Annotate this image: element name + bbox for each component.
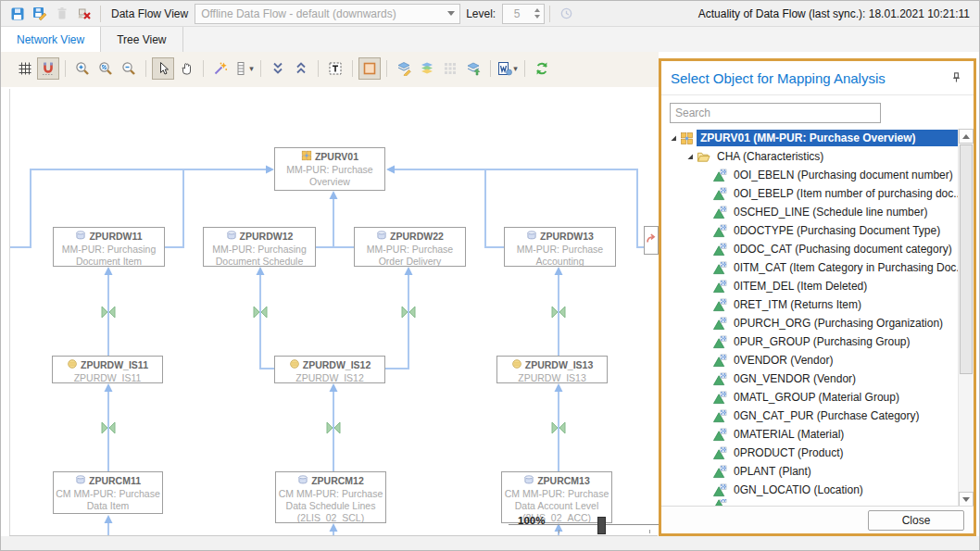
highlight-frame-icon[interactable] <box>358 57 381 80</box>
tree-item-label: 0DOC_CAT (Puchasing document category) <box>730 241 958 257</box>
tree-item[interactable]: CHA (Characteristics) <box>661 147 958 166</box>
close-button[interactable]: Close <box>868 510 964 531</box>
application-window: Data Flow View Offline Data Flow - defau… <box>0 0 980 551</box>
diagram-toolbar: ▾▾ <box>14 57 553 80</box>
zoom-fit-icon[interactable] <box>94 57 117 80</box>
tree-item[interactable]: 0DOC_CAT (Puchasing document category) <box>661 240 958 258</box>
export-image-icon[interactable] <box>462 57 484 80</box>
scroll-up-icon[interactable] <box>959 129 974 144</box>
infosource-icon <box>289 358 300 372</box>
diagram-node-ZPURDW13[interactable]: ZPURDW13 MM-PUR: Purchase Accounting <box>504 227 616 267</box>
tree-item[interactable]: 0GN_LOCATIO (Location) <box>661 481 958 499</box>
save-icon[interactable] <box>6 3 29 25</box>
tree-item[interactable]: 0ITM_CAT (Item Category in Purchasing Do… <box>661 258 958 277</box>
scroll-down-icon[interactable] <box>959 492 974 507</box>
layout-options-icon[interactable]: ▾ <box>232 57 255 80</box>
mapping-analysis-panel: Select Object for Mapping Analysis ZPURV… <box>659 58 976 536</box>
diagram-node-ZPURDW_IS12[interactable]: ZPURDW_IS12 ZPURDW_IS12 <box>274 356 385 383</box>
separator <box>524 60 525 77</box>
zoom-slider-handle[interactable] <box>597 517 606 534</box>
grid-icon[interactable] <box>14 57 36 80</box>
dso-icon <box>75 474 86 488</box>
expander-placeholder <box>700 409 713 422</box>
snap-magnet-icon[interactable] <box>37 57 59 80</box>
chevron-down-icon[interactable] <box>443 5 459 23</box>
separator <box>203 60 204 77</box>
characteristic-icon <box>713 482 730 497</box>
diagram-node-ZPURDW22[interactable]: ZPURDW22 MM-PUR: Purchase Order Delivery… <box>354 227 466 267</box>
collapse-all-icon[interactable] <box>267 57 289 80</box>
expand-all-icon[interactable] <box>290 57 312 80</box>
save-all-icon[interactable] <box>29 3 51 25</box>
infosource-icon <box>67 358 78 372</box>
separator <box>145 60 146 77</box>
tree-item[interactable]: 0PRODUCT (Product) <box>661 444 958 462</box>
search-input[interactable] <box>670 103 881 123</box>
diagram-node-ZPURV01[interactable]: ZPURV01 MM-PUR: Purchase Overview <box>274 147 385 191</box>
tree-item[interactable]: 0MATERIAL (Material) <box>661 425 958 444</box>
refresh-icon[interactable] <box>531 57 553 80</box>
expander-placeholder <box>700 372 713 385</box>
tab-network-view[interactable]: Network View <box>1 27 101 52</box>
separator <box>318 60 319 77</box>
tree-item-label: 0MATERIAL (Material) <box>730 426 958 443</box>
tree-item[interactable]: 0DOCTYPE (Purchasing Document Type) <box>661 221 958 240</box>
color-layers-icon[interactable] <box>416 57 438 80</box>
characteristic-icon <box>713 168 730 182</box>
tree-item[interactable]: 0VENDOR (Vendor) <box>661 351 958 369</box>
zoom-in-icon[interactable] <box>71 57 94 80</box>
top-toolbar-icons <box>6 3 95 25</box>
node-subtitle: ZPURDW_IS13 <box>497 372 607 383</box>
remove-data-flow-icon[interactable] <box>73 3 95 25</box>
node-subtitle: MM-PUR: Purchase Order Delivery (Schedul… <box>355 244 465 267</box>
panel-footer: Close <box>661 506 974 533</box>
scrollbar-thumb[interactable] <box>960 144 973 374</box>
word-export-icon[interactable]: ▾ <box>496 57 519 80</box>
tree-item-label: 0GN_CAT_PUR (Purchase Category) <box>730 407 958 424</box>
expander-placeholder <box>700 298 713 311</box>
diagram-node-ZPURDW_IS13[interactable]: ZPURDW_IS13 ZPURDW_IS13 <box>496 356 608 383</box>
tree-item-label: 0DOCTYPE (Purchasing Document Type) <box>730 222 958 239</box>
diagram-node-ZPURDW11[interactable]: ZPURDW11 MM-PUR: Purchasing Document Ite… <box>53 227 165 267</box>
panel-search-row <box>661 95 974 130</box>
edit-layers-icon[interactable] <box>393 57 415 80</box>
diagram-node-ZPURCM12[interactable]: ZPURCM12 CM MM-PUR: Purchase Data Schedu… <box>275 471 386 523</box>
data-flow-view-dropdown[interactable]: Offline Data Flow - default (downwards) <box>195 4 460 24</box>
diagram-node-ZPURDW12[interactable]: ZPURDW12 MM-PUR: Purchasing Document Sch… <box>203 227 316 267</box>
spinner-down-icon[interactable] <box>534 15 540 19</box>
tree-item[interactable]: ZPURV01 (MM-PUR: Purchase Overview) <box>661 129 958 147</box>
data-flow-view-value: Offline Data Flow - default (downwards) <box>195 7 443 20</box>
expander-placeholder <box>700 243 713 256</box>
tree-item[interactable]: 0SCHED_LINE (Schedule line number) <box>661 203 958 221</box>
tree-item-label <box>730 501 958 505</box>
pointer-tool-icon[interactable] <box>152 57 174 80</box>
tree-item[interactable]: 0ITEM_DEL (Item Deleted) <box>661 277 958 295</box>
diagram-node-clipped[interactable] <box>644 226 659 255</box>
tree-item[interactable]: 0PURCH_ORG (Purchasing Organization) <box>661 314 958 332</box>
text-annotation-icon[interactable] <box>324 57 346 80</box>
pan-hand-icon[interactable] <box>175 57 197 80</box>
tree-item[interactable]: 0GN_CAT_PUR (Purchase Category) <box>661 407 958 425</box>
tree-item[interactable]: 0GN_VENDOR (Vendor) <box>661 369 958 388</box>
expander-icon[interactable] <box>684 150 697 163</box>
auto-layout-wand-icon[interactable] <box>209 57 232 80</box>
tree-scrollbar[interactable] <box>958 129 974 507</box>
node-title: ZPURV01 <box>315 151 358 163</box>
pin-icon[interactable] <box>948 69 964 86</box>
level-spinner[interactable]: 5 <box>502 4 545 24</box>
tab-tree-view[interactable]: Tree View <box>101 27 182 52</box>
diagram-node-ZPURCM11[interactable]: ZPURCM11 CM MM-PUR: Purchase Data Item (… <box>53 471 163 514</box>
tree-item[interactable]: 0OI_EBELP (Item number of purchasing doc… <box>661 184 958 203</box>
characteristic-icon <box>713 279 730 294</box>
node-subtitle: ZPURDW_IS12 <box>275 372 384 383</box>
tree-item[interactable]: 0OI_EBELN (Purchasing document number) <box>661 166 958 184</box>
tree-item[interactable]: 0PLANT (Plant) <box>661 462 958 481</box>
zoom-out-icon[interactable] <box>118 57 140 80</box>
expander-icon[interactable] <box>667 131 680 144</box>
tree-item[interactable]: 0RET_ITM (Returns Item) <box>661 295 958 314</box>
tree-item[interactable]: 0MATL_GROUP (Material Group) <box>661 388 958 407</box>
tree-item[interactable]: 0PUR_GROUP (Purchasing Group) <box>661 332 958 351</box>
dso-icon <box>297 474 308 488</box>
diagram-node-ZPURDW_IS11[interactable]: ZPURDW_IS11 ZPURDW_IS11 <box>52 356 163 383</box>
spinner-up-icon[interactable] <box>534 8 540 12</box>
